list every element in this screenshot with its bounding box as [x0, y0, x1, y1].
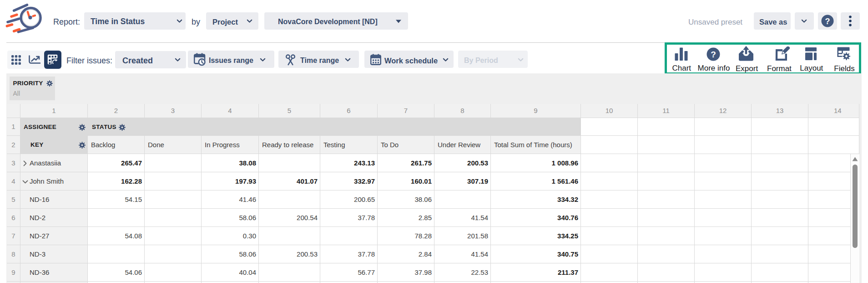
- svg-text:?: ?: [825, 17, 830, 26]
- svg-text:?: ?: [711, 50, 716, 59]
